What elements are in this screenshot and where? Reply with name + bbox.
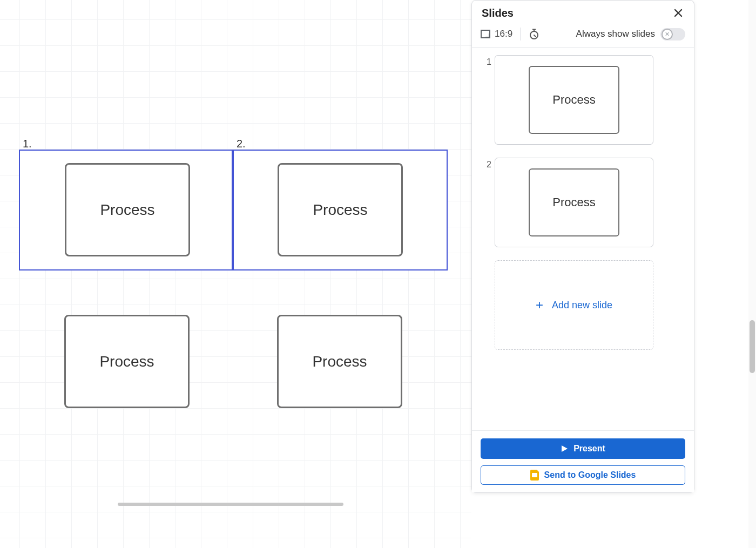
always-show-label: Always show slides [576,29,655,39]
thumb-process-label: Process [552,195,595,209]
process-shape-2[interactable]: Process [278,163,403,256]
close-icon [673,8,683,18]
canvas-area[interactable]: 1. Process 2. Process Process Process [0,0,471,548]
send-to-google-slides-button[interactable]: Send to Google Slides [481,465,685,485]
thumb-process-shape: Process [529,168,619,236]
timer-button[interactable] [528,28,540,40]
process-shape-label: Process [312,353,367,370]
aspect-ratio-label: 16:9 [495,29,512,39]
vertical-scrollbar-track[interactable] [748,0,756,548]
stopwatch-icon [528,28,540,40]
aspect-ratio-button[interactable]: 16:9 [481,29,512,39]
svg-rect-1 [532,29,536,30]
google-slides-icon [530,470,539,481]
panel-toolbar: 16:9 Always show slides ✕ [472,24,694,48]
process-shape-label: Process [99,353,154,370]
slide-thumbnail-1[interactable]: Process [495,55,653,145]
toggle-knob-off-icon: ✕ [662,29,673,40]
thumb-process-label: Process [552,93,595,107]
slide-frame-1[interactable]: 1. Process [19,150,233,270]
always-show-slides-control: Always show slides ✕ [576,28,685,40]
thumb-row: 2 Process [481,158,685,247]
slides-panel: Slides 16:9 Always show slides ✕ [471,0,694,493]
vertical-scrollbar-thumb[interactable] [750,320,755,373]
aspect-ratio-icon [481,30,490,38]
present-button[interactable]: Present [481,438,685,459]
present-label: Present [573,444,605,454]
svg-line-3 [534,35,536,37]
panel-title: Slides [482,7,514,19]
slide-label-1: 1. [23,138,32,150]
process-shape-label: Process [100,201,154,219]
panel-header: Slides [472,1,694,24]
google-slides-label: Send to Google Slides [544,470,636,480]
horizontal-scrollbar[interactable] [118,503,343,506]
slide-thumbnails: 1 Process 2 Process + Add new slide [472,48,694,354]
thumb-number: 2 [481,158,491,170]
panel-footer: Present Send to Google Slides [472,430,694,492]
plus-icon: + [536,299,543,312]
process-shape-1[interactable]: Process [65,163,190,256]
thumb-row: 1 Process [481,55,685,145]
play-icon [561,445,568,452]
process-shape-label: Process [313,201,367,219]
add-new-slide-button[interactable]: + Add new slide [495,260,653,350]
slide-frame-2[interactable]: 2. Process [233,150,448,270]
always-show-toggle[interactable]: ✕ [660,28,685,40]
process-shape-4[interactable]: Process [277,315,402,408]
slide-thumbnail-2[interactable]: Process [495,158,653,247]
slide-label-2: 2. [237,138,246,150]
process-shape-3[interactable]: Process [64,315,190,408]
thumb-number: 1 [481,55,491,67]
close-button[interactable] [671,6,685,20]
thumb-process-shape: Process [529,66,619,134]
divider [520,28,521,40]
add-slide-label: Add new slide [552,300,612,311]
